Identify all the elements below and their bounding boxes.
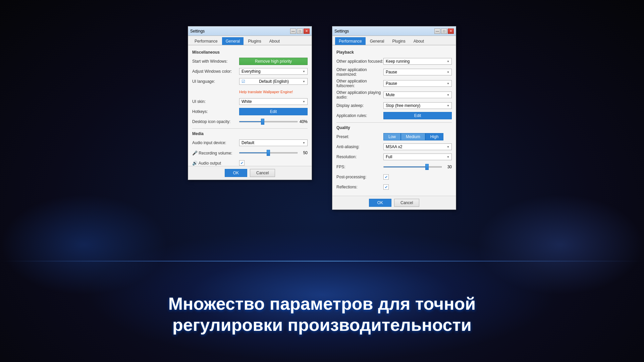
- audio-input-device-select[interactable]: Default ▼: [239, 139, 308, 146]
- help-translate-text[interactable]: Help translate Wallpaper Engine!: [239, 90, 293, 94]
- adjust-windows-color-label: Adjust Windows color:: [192, 69, 239, 74]
- adjust-windows-color-select[interactable]: Everything ▼: [239, 68, 308, 75]
- preset-label: Preset:: [336, 134, 383, 139]
- desktop-opacity-slider-track[interactable]: [239, 121, 298, 122]
- cancel-button-right[interactable]: Cancel: [394, 199, 419, 207]
- ok-button-left[interactable]: OK: [225, 169, 247, 177]
- fps-row: FPS: 30: [336, 163, 452, 171]
- preset-buttons-group: Low Medium High: [383, 133, 452, 140]
- minimize-button-right[interactable]: —: [434, 28, 440, 34]
- reflections-checkbox[interactable]: ✔: [383, 184, 389, 190]
- title-bar-buttons-right: — □ ✕: [434, 28, 454, 34]
- other-app-playing-audio-select[interactable]: Mute ▼: [383, 92, 452, 98]
- ui-skin-row: UI skin: White ▼: [192, 98, 308, 106]
- dialog-right-title: Settings: [334, 29, 349, 34]
- other-app-fullscreen-select[interactable]: Pause ▼: [383, 80, 452, 87]
- other-app-playing-audio-control: Mute ▼: [383, 92, 452, 98]
- maximize-button-left[interactable]: □: [297, 28, 303, 34]
- tab-plugins-left[interactable]: Plugins: [244, 37, 265, 45]
- other-app-focused-value: Keep running: [386, 59, 410, 64]
- resolution-row: Resolution: Full ▼: [336, 153, 452, 161]
- display-asleep-arrow: ▼: [447, 104, 449, 107]
- resolution-value: Full: [386, 155, 392, 159]
- other-app-maximized-arrow: ▼: [447, 71, 449, 74]
- ui-language-value: Default (English): [259, 79, 289, 84]
- adjust-windows-color-arrow: ▼: [303, 70, 305, 73]
- ui-skin-value: White: [241, 99, 252, 104]
- fps-slider-track[interactable]: [383, 166, 442, 168]
- desktop-opacity-slider-thumb[interactable]: [261, 119, 264, 125]
- dialog-left-body: Miscellaneous Start with Windows: Remove…: [188, 45, 312, 166]
- section-playback-title: Playback: [336, 50, 452, 55]
- hotkeys-label: Hotkeys:: [192, 109, 239, 114]
- close-button-left[interactable]: ✕: [304, 28, 310, 34]
- preset-high-button[interactable]: High: [425, 133, 444, 140]
- dialogs-row: Settings — □ ✕ Performance General Plugi…: [188, 26, 456, 210]
- close-button-right[interactable]: ✕: [448, 28, 454, 34]
- remove-high-priority-button[interactable]: Remove high priority: [239, 58, 308, 65]
- adjust-windows-color-control: Everything ▼: [239, 68, 308, 75]
- fps-slider-thumb[interactable]: [425, 164, 429, 170]
- ui-skin-label: UI skin:: [192, 99, 239, 104]
- minimize-button-left[interactable]: —: [290, 28, 296, 34]
- audio-input-device-control: Default ▼: [239, 139, 308, 146]
- fps-value: 30: [444, 165, 452, 169]
- recording-volume-slider-track[interactable]: [239, 152, 298, 154]
- recording-volume-row: 🎤 Recording volume: 50: [192, 149, 308, 157]
- application-rules-row: Application rules: Edit: [336, 112, 452, 120]
- cancel-button-left[interactable]: Cancel: [250, 169, 275, 177]
- recording-volume-slider-thumb[interactable]: [267, 150, 270, 156]
- ui-skin-select[interactable]: White ▼: [239, 98, 308, 105]
- bottom-text-line2: регулировки производительности: [0, 314, 644, 335]
- fps-slider-row: 30: [383, 165, 452, 169]
- post-processing-label: Post-processing:: [336, 175, 383, 179]
- reflections-row: Reflections: ✔: [336, 183, 452, 191]
- resolution-arrow: ▼: [447, 156, 449, 159]
- fps-label: FPS:: [336, 165, 383, 169]
- preset-medium-button[interactable]: Medium: [401, 133, 425, 140]
- anti-aliasing-select[interactable]: MSAA x2 ▼: [383, 143, 452, 150]
- recording-volume-slider-row: 50: [239, 150, 308, 155]
- start-with-windows-control: Remove high priority: [239, 58, 308, 65]
- other-app-focused-arrow: ▼: [447, 60, 449, 63]
- tab-performance-right[interactable]: Performance: [335, 37, 366, 45]
- hotkeys-edit-button[interactable]: Edit: [239, 108, 308, 115]
- adjust-windows-color-value: Everything: [241, 69, 261, 74]
- other-app-playing-audio-row: Other application playing audio: Mute ▼: [336, 90, 452, 100]
- tab-general-right[interactable]: General: [366, 37, 388, 45]
- tab-general-left[interactable]: General: [222, 37, 244, 45]
- dialog-performance-settings: Settings — □ ✕ Performance General Plugi…: [332, 26, 456, 210]
- recording-volume-text: Recording volume:: [199, 151, 232, 156]
- post-processing-checkbox[interactable]: ✔: [383, 174, 389, 180]
- other-app-maximized-select[interactable]: Pause ▼: [383, 69, 452, 75]
- audio-output-checkbox[interactable]: ✔: [239, 160, 245, 166]
- ok-button-right[interactable]: OK: [369, 199, 391, 207]
- tab-plugins-right[interactable]: Plugins: [388, 37, 409, 45]
- application-rules-control: Edit: [383, 112, 452, 119]
- resolution-select[interactable]: Full ▼: [383, 154, 452, 160]
- start-with-windows-row: Start with Windows: Remove high priority: [192, 57, 308, 65]
- tab-about-left[interactable]: About: [266, 37, 283, 45]
- help-translate-control: Help translate Wallpaper Engine!: [239, 89, 308, 94]
- other-app-focused-select[interactable]: Keep running ▼: [383, 58, 452, 65]
- other-app-fullscreen-row: Other application fullscreen: Pause ▼: [336, 79, 452, 88]
- other-app-focused-label: Other application focused:: [336, 59, 383, 64]
- ui-language-select[interactable]: ☑ Default (English) ▼: [239, 78, 308, 85]
- desktop-icon-opacity-label: Desktop icon opacity:: [192, 119, 239, 124]
- ui-skin-control: White ▼: [239, 98, 308, 105]
- mic-icon: 🎤: [192, 150, 198, 156]
- preset-control: Low Medium High: [383, 133, 452, 140]
- anti-aliasing-arrow: ▼: [447, 145, 449, 148]
- title-bar-buttons-left: — □ ✕: [290, 28, 310, 34]
- application-rules-edit-button[interactable]: Edit: [383, 112, 452, 119]
- maximize-button-right[interactable]: □: [441, 28, 447, 34]
- tab-performance-left[interactable]: Performance: [191, 37, 221, 45]
- ui-language-label: UI language:: [192, 79, 239, 84]
- display-asleep-select[interactable]: Stop (free memory) ▼: [383, 102, 452, 109]
- audio-input-device-label: Audio input device:: [192, 140, 239, 145]
- tab-about-right[interactable]: About: [410, 37, 428, 45]
- section-miscellaneous-title: Miscellaneous: [192, 50, 308, 55]
- preset-low-button[interactable]: Low: [383, 133, 401, 140]
- audio-output-label: 🔊 Audio output: [192, 161, 239, 166]
- adjust-windows-color-row: Adjust Windows color: Everything ▼: [192, 67, 308, 75]
